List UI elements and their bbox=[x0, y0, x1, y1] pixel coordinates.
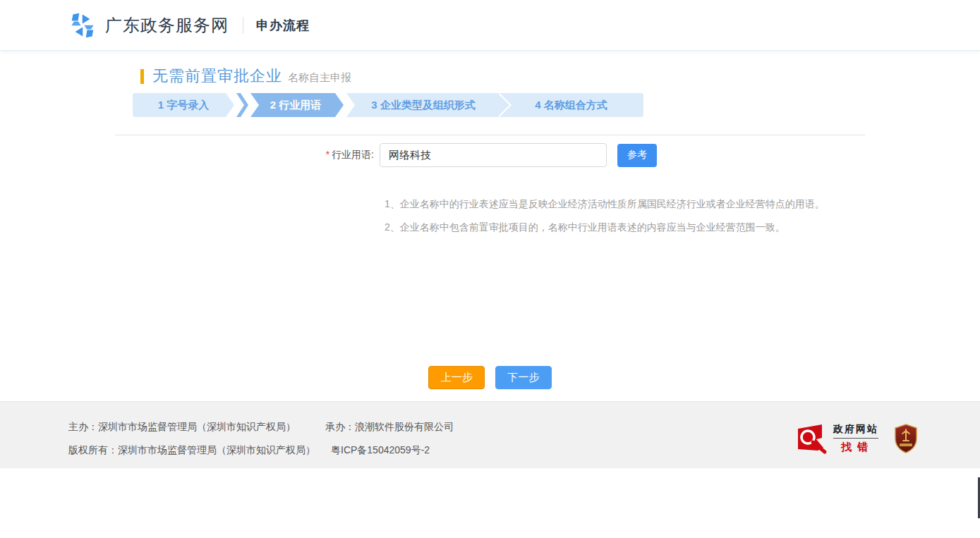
industry-term-input[interactable] bbox=[380, 143, 607, 167]
footer-info: 主办：深圳市市场监督管理局（深圳市知识产权局）承办：浪潮软件股份有限公司 版权所… bbox=[68, 402, 454, 468]
reference-button[interactable]: 参考 bbox=[617, 144, 657, 167]
footer-line-2: 版权所有：深圳市市场监督管理局（深圳市知识产权局）粤ICP备15042059号-… bbox=[68, 443, 454, 457]
host-name: 深圳市市场监督管理局（深圳市知识产权局） bbox=[98, 421, 296, 432]
find-error-line2: 找错 bbox=[833, 441, 878, 454]
content-divider bbox=[115, 135, 865, 135]
step-1-name-entry[interactable]: 1 字号录入 bbox=[133, 93, 234, 117]
page-title: 无需前置审批企业 名称自主申报 bbox=[140, 66, 865, 87]
industry-term-label: *行业用语: bbox=[316, 149, 380, 161]
find-error-magnifier-icon bbox=[797, 422, 829, 455]
wizard-actions: 上一步 下一步 bbox=[115, 366, 865, 389]
next-step-button[interactable]: 下一步 bbox=[495, 366, 552, 389]
required-asterisk: * bbox=[326, 149, 329, 160]
page-subtitle: 名称自主申报 bbox=[288, 71, 351, 85]
undertake-name: 浪潮软件股份有限公司 bbox=[355, 421, 454, 432]
gov-site-find-error-badge[interactable]: 政府网站 找错 bbox=[797, 422, 878, 455]
page-footer: 主办：深圳市市场监督管理局（深圳市知识产权局）承办：浪潮软件股份有限公司 版权所… bbox=[0, 401, 980, 468]
undertake-label: 承办： bbox=[325, 421, 355, 432]
copyright-label: 版权所有： bbox=[68, 444, 118, 456]
title-accent-bar bbox=[140, 69, 144, 84]
note-line-2: 2、企业名称中包含前置审批项目的，名称中行业用语表述的内容应当与企业经营范围一致… bbox=[385, 216, 865, 239]
top-header: 广东政务服务网 申办流程 bbox=[0, 0, 980, 51]
copyright-name: 深圳市市场监督管理局（深圳市知识产权局） bbox=[118, 444, 315, 456]
step-wizard: 1 字号录入 2 行业用语 3 企业类型及组织形式 4 名称组合方式 bbox=[133, 93, 643, 117]
gdzwfw-pinwheel-logo-icon bbox=[68, 11, 97, 39]
step-2-industry-term[interactable]: 2 行业用语 bbox=[250, 93, 344, 117]
industry-term-notes: 1、企业名称中的行业表述应当是反映企业经济活动性质所属国民经济行业或者企业经营特… bbox=[385, 192, 865, 239]
step-3-enterprise-type[interactable]: 3 企业类型及组织形式 bbox=[346, 93, 500, 117]
step-chevron-icon bbox=[236, 93, 248, 117]
icp-number[interactable]: 粤ICP备15042059号-2 bbox=[331, 444, 430, 456]
footer-line-1: 主办：深圳市市场监督管理局（深圳市知识产权局）承办：浪潮软件股份有限公司 bbox=[68, 420, 454, 434]
find-error-line1: 政府网站 bbox=[833, 423, 878, 439]
nav-apply-flow[interactable]: 申办流程 bbox=[256, 17, 310, 34]
footer-badges: 政府网站 找错 bbox=[797, 402, 918, 468]
main-content: 无需前置审批企业 名称自主申报 1 字号录入 2 行业用语 3 企业类型及组织形… bbox=[115, 51, 865, 389]
site-title: 广东政务服务网 bbox=[105, 14, 229, 37]
header-divider bbox=[243, 17, 243, 34]
previous-step-button[interactable]: 上一步 bbox=[428, 366, 485, 389]
step-4-name-combination[interactable]: 4 名称组合方式 bbox=[499, 93, 643, 117]
page-title-text: 无需前置审批企业 bbox=[152, 66, 282, 87]
find-error-text: 政府网站 找错 bbox=[833, 423, 878, 454]
host-label: 主办： bbox=[68, 421, 98, 432]
industry-term-form-row: *行业用语: 参考 bbox=[316, 143, 865, 167]
note-line-1: 1、企业名称中的行业表述应当是反映企业经济活动性质所属国民经济行业或者企业经营特… bbox=[385, 192, 865, 216]
gov-shield-badge-icon[interactable] bbox=[894, 424, 918, 453]
